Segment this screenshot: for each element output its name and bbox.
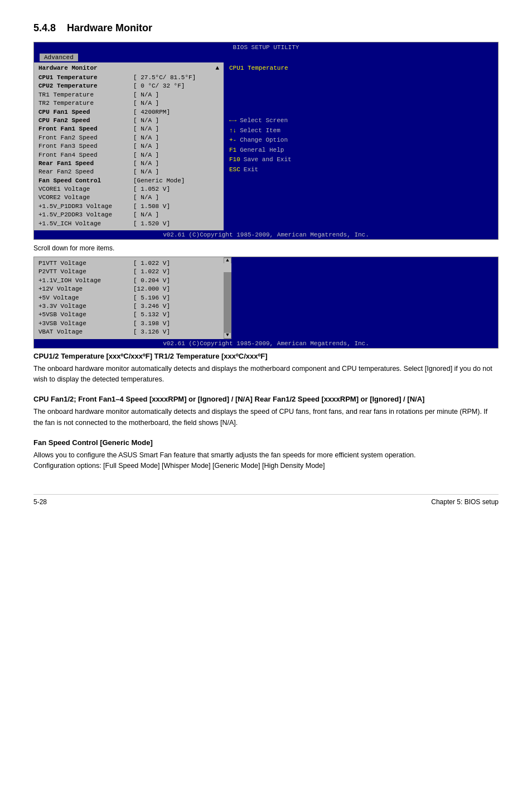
bios-row: +5V Voltage[ 5.196 V]	[38, 294, 219, 302]
bios-row: P2VTT Voltage[ 1.022 V]	[38, 268, 219, 276]
bios-row-label: Rear Fan2 Speed	[38, 168, 133, 176]
bios-row-value: [ N/A ]	[133, 91, 219, 99]
bios-row: VCORE1 Voltage[ 1.052 V]	[38, 185, 219, 194]
bios-rows: CPU1 Temperature[ 27.5°C/ 81.5°F]CPU2 Te…	[38, 74, 219, 228]
bios-row-value: [ 27.5°C/ 81.5°F]	[133, 74, 219, 82]
bios-row-label: CPU1 Temperature	[38, 74, 133, 82]
bios-row-label: +5VSB Voltage	[38, 311, 133, 319]
bios2-left: P1VTT Voltage[ 1.022 V]P2VTT Voltage[ 1.…	[34, 257, 224, 339]
bios-row-label: Front Fan1 Speed	[38, 125, 133, 133]
bios-row-value: [ 1.508 V]	[133, 202, 219, 211]
bios-row: Front Fan4 Speed[ N/A ]	[38, 151, 219, 160]
bios-header: BIOS SETUP UTILITY	[34, 42, 498, 52]
bios-row-label: P1VTT Voltage	[38, 259, 133, 268]
bios-row-value: [ N/A ]	[133, 99, 219, 108]
page-content: 5.4.8 Hardware Monitor BIOS SETUP UTILIT…	[33, 22, 499, 472]
bios-row-label: VCORE1 Voltage	[38, 185, 133, 194]
bios-row-label: VCORE2 Voltage	[38, 194, 133, 202]
bios-row: TR1 Temperature[ N/A ]	[38, 91, 219, 99]
bios-row: Front Fan1 Speed[ N/A ]	[38, 125, 219, 133]
bios-help-items: ←→Select Screen↑↓Select Item+-Change Opt…	[229, 116, 492, 175]
bios-row-value: [12.000 V]	[133, 285, 219, 293]
bios-help-item: F10Save and Exit	[229, 155, 492, 165]
bios-row-value: [ N/A ]	[133, 194, 219, 202]
bios-box-main: BIOS SETUP UTILITY Advanced Hardware Mon…	[33, 42, 499, 240]
help-desc: Change Option	[240, 136, 288, 146]
bios-row: +1.5V_ICH Voltage[ 1.520 V]	[38, 220, 219, 228]
help-key: F1	[229, 146, 236, 156]
desc-title-fan_control: Fan Speed Control [Generic Mode]	[33, 438, 499, 447]
bios-row-label: +1.1V_IOH Voltage	[38, 277, 133, 285]
bios-row-label: +3.3V Voltage	[38, 302, 133, 311]
bios-scrollbar[interactable]: ▲ ▼	[224, 257, 231, 339]
bios-row-value: [ N/A ]	[133, 134, 219, 142]
bios-row: +3VSB Voltage[ 3.198 V]	[38, 320, 219, 328]
bios-row-label: +5V Voltage	[38, 294, 133, 302]
bios-row-label: Fan Speed Control	[38, 177, 133, 185]
help-desc: Select Item	[240, 126, 280, 136]
desc-section-cpu_temp: CPU1/2 Temperature [xxxºC/xxxºF] TR1/2 T…	[33, 352, 499, 385]
bios-row-label: Front Fan2 Speed	[38, 134, 133, 142]
bios-row-label: +3VSB Voltage	[38, 320, 133, 328]
bios-row-value: [ 3.126 V]	[133, 328, 219, 336]
help-key: ←→	[229, 116, 236, 126]
bios-box-scroll: P1VTT Voltage[ 1.022 V]P2VTT Voltage[ 1.…	[33, 257, 499, 349]
help-desc: Exit	[244, 165, 258, 175]
bios-row-label: +1.5V_P1DDR3 Voltage	[38, 202, 133, 211]
bios-row: +3.3V Voltage[ 3.246 V]	[38, 302, 219, 311]
bios-row-value: [ N/A ]	[133, 168, 219, 176]
chapter-label: Chapter 5: BIOS setup	[431, 498, 499, 506]
help-key: F10	[229, 155, 240, 165]
bios-left-panel: Hardware Monitor ▲ CPU1 Temperature[ 27.…	[34, 62, 224, 230]
scroll-thumb[interactable]	[224, 263, 231, 272]
bios-row: CPU Fan1 Speed[ 4200RPM]	[38, 108, 219, 117]
help-key: ESC	[229, 165, 240, 175]
bios-row: CPU Fan2 Speed[ N/A ]	[38, 117, 219, 125]
desc-title-cpu_temp: CPU1/2 Temperature [xxxºC/xxxºF] TR1/2 T…	[33, 352, 499, 360]
desc-body-fan_control: Allows you to configure the ASUS Smart F…	[33, 450, 499, 472]
bios2-footer: v02.61 (C)Copyright 1985-2009, American …	[34, 339, 498, 348]
bios-help-item: ←→Select Screen	[229, 116, 492, 126]
bios-help-item: ESCExit	[229, 165, 492, 175]
bios-row: VBAT Voltage[ 3.126 V]	[38, 328, 219, 336]
bios-row: +1.1V_IOH Voltage[ 0.204 V]	[38, 277, 219, 285]
bios-row-value: [ 5.132 V]	[133, 311, 219, 319]
bios-footer: v02.61 (C)Copyright 1985-2009, American …	[34, 230, 498, 239]
bios-row-label: VBAT Voltage	[38, 328, 133, 336]
help-desc: Save and Exit	[244, 155, 292, 165]
bios-right-title: CPU1 Temperature	[229, 65, 492, 71]
help-key: +-	[229, 136, 236, 146]
bios-row-value: [ 0.204 V]	[133, 277, 219, 285]
bios-row-value: [ 4200RPM]	[133, 108, 219, 117]
bios-row: +1.5V_P2DDR3 Voltage[ N/A ]	[38, 211, 219, 219]
bios-row-value: [Generic Mode]	[133, 177, 219, 185]
scroll-down-arrow[interactable]: ▼	[224, 333, 231, 338]
bios-row-label: CPU2 Temperature	[38, 82, 133, 90]
bios-row-label: CPU Fan1 Speed	[38, 108, 133, 117]
descriptions-container: CPU1/2 Temperature [xxxºC/xxxºF] TR1/2 T…	[33, 352, 499, 472]
section-title: 5.4.8 Hardware Monitor	[33, 22, 499, 34]
bios-row-value: [ 1.022 V]	[133, 259, 219, 268]
page-footer: 5-28 Chapter 5: BIOS setup	[33, 494, 499, 506]
bios-box2-layout: P1VTT Voltage[ 1.022 V]P2VTT Voltage[ 1.…	[34, 257, 498, 339]
bios-help-item: F1General Help	[229, 146, 492, 156]
bios-row: P1VTT Voltage[ 1.022 V]	[38, 259, 219, 268]
help-desc: Select Screen	[240, 116, 288, 126]
desc-section-fan_control: Fan Speed Control [Generic Mode]Allows y…	[33, 438, 499, 472]
bios-row-label: TR1 Temperature	[38, 91, 133, 99]
bios-row-label: Front Fan3 Speed	[38, 142, 133, 151]
scroll-up-arrow[interactable]: ▲	[224, 258, 231, 263]
bios-row: TR2 Temperature[ N/A ]	[38, 99, 219, 108]
bios-row-label: Rear Fan1 Speed	[38, 160, 133, 168]
bios-row-value: [ 1.052 V]	[133, 185, 219, 194]
bios-row-value: [ N/A ]	[133, 151, 219, 160]
desc-section-fan_speed: CPU Fan1/2; Front Fan1–4 Speed [xxxxRPM]…	[33, 395, 499, 428]
bios-row-value: [ N/A ]	[133, 160, 219, 168]
bios-row-value: [ 3.198 V]	[133, 320, 219, 328]
desc-body-fan_speed: The onboard hardware monitor automatical…	[33, 407, 499, 428]
desc-title-fan_speed: CPU Fan1/2; Front Fan1–4 Speed [xxxxRPM]…	[33, 395, 499, 403]
bios-row-label: +12V Voltage	[38, 285, 133, 293]
bios-row-value: [ 5.196 V]	[133, 294, 219, 302]
bios-row: +1.5V_P1DDR3 Voltage[ 1.508 V]	[38, 202, 219, 211]
bios-tab-advanced[interactable]: Advanced	[40, 54, 78, 61]
